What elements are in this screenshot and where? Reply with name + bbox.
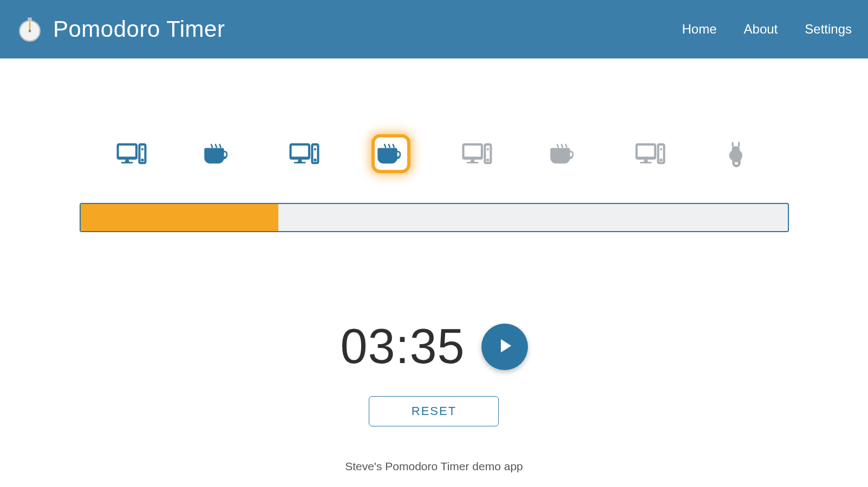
svg-rect-1	[28, 17, 32, 21]
play-button[interactable]	[481, 324, 528, 370]
brand: Pomodoro Timer	[16, 16, 225, 43]
nav-about[interactable]: About	[744, 22, 778, 37]
time-display: 03:35	[340, 319, 465, 374]
nav-settings[interactable]: Settings	[805, 22, 852, 37]
phase-2-work-icon	[285, 134, 324, 173]
phase-4-work-icon	[458, 134, 497, 173]
app-title: Pomodoro Timer	[53, 16, 225, 42]
main-content: 03:35 RESET Steve's Pomodoro Timer demo …	[0, 58, 868, 473]
stopwatch-icon	[16, 16, 43, 43]
phase-0-work-icon	[112, 134, 151, 173]
footer-text: Steve's Pomodoro Timer demo app	[345, 460, 523, 473]
nav-home[interactable]: Home	[682, 22, 717, 37]
phase-indicator-row	[80, 134, 789, 173]
reset-button[interactable]: RESET	[369, 396, 499, 426]
progress-bar	[80, 203, 789, 232]
top-nav: Home About Settings	[682, 22, 852, 37]
timer-line: 03:35	[340, 319, 527, 374]
play-icon	[493, 334, 516, 359]
app-header: Pomodoro Timer Home About Settings	[0, 0, 868, 58]
phase-3-break-icon	[371, 134, 410, 173]
progress-bar-fill	[81, 204, 279, 231]
phase-1-break-icon	[198, 134, 237, 173]
phase-7-long-break-icon	[717, 134, 756, 173]
svg-point-3	[29, 30, 31, 32]
phase-6-work-icon	[631, 134, 670, 173]
phase-5-break-icon	[544, 134, 583, 173]
timer-area: 03:35 RESET Steve's Pomodoro Timer demo …	[340, 319, 527, 473]
